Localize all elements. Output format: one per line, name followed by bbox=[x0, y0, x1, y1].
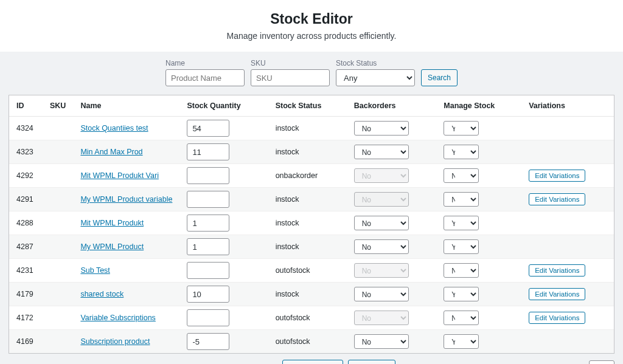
cell-status: outofstock bbox=[268, 259, 347, 283]
backorders-select[interactable]: No bbox=[354, 192, 409, 207]
page-subtitle: Manage inventory across products efficie… bbox=[12, 31, 611, 41]
qty-input[interactable] bbox=[187, 309, 229, 326]
cell-qty bbox=[179, 306, 268, 330]
table-row: 4287My WPML ProductinstockNoYes bbox=[9, 235, 614, 259]
cell-qty bbox=[179, 117, 268, 140]
product-name-link[interactable]: My WPML Product bbox=[80, 242, 144, 251]
th-variations: Variations bbox=[521, 95, 614, 117]
cell-name: Sub Test bbox=[73, 259, 179, 283]
manage-stock-select[interactable]: Yes bbox=[444, 239, 479, 254]
cell-name: Min And Max Prod bbox=[73, 140, 179, 164]
cell-qty bbox=[179, 140, 268, 164]
cell-id: 4288 bbox=[9, 211, 43, 235]
cell-id: 4323 bbox=[9, 140, 43, 164]
product-name-link[interactable]: Variable Subscriptions bbox=[80, 314, 155, 322]
edit-variations-button[interactable]: Edit Variations bbox=[529, 170, 585, 182]
edit-variations-button[interactable]: Edit Variations bbox=[529, 288, 585, 300]
product-name-link[interactable]: Mit WPML Produkt Vari bbox=[80, 171, 159, 180]
page-title: Stock Editor bbox=[12, 11, 611, 27]
th-manage: Manage Stock bbox=[436, 95, 521, 117]
backorders-select[interactable]: No bbox=[354, 239, 409, 254]
backorders-select[interactable]: No bbox=[354, 311, 409, 325]
manage-stock-select[interactable]: Yes bbox=[444, 145, 479, 159]
manage-stock-select[interactable]: Yes bbox=[444, 121, 479, 136]
backorders-select[interactable]: No bbox=[354, 263, 409, 278]
th-backorders: Backorders bbox=[347, 95, 437, 117]
edit-variations-button[interactable]: Edit Variations bbox=[529, 312, 585, 324]
backorders-select[interactable]: No bbox=[354, 121, 409, 136]
cell-variations: Edit Variations bbox=[521, 188, 614, 211]
qty-input[interactable] bbox=[187, 167, 229, 184]
status-select[interactable]: Any bbox=[336, 69, 415, 86]
backorders-select[interactable]: No bbox=[354, 145, 409, 159]
qty-input[interactable] bbox=[187, 191, 229, 208]
cell-name: Variable Subscriptions bbox=[73, 306, 179, 330]
product-name-link[interactable]: shared stock bbox=[80, 290, 124, 298]
name-input[interactable] bbox=[165, 69, 245, 86]
table-row: 4288Mit WPML ProduktinstockNoYes bbox=[9, 211, 614, 235]
cell-variations: Edit Variations bbox=[521, 164, 614, 188]
manage-stock-select[interactable]: No bbox=[444, 168, 479, 183]
product-name-link[interactable]: Mit WPML Produkt bbox=[80, 219, 144, 227]
cell-backorders: No bbox=[347, 283, 437, 306]
product-name-link[interactable]: Min And Max Prod bbox=[80, 148, 142, 156]
product-name-link[interactable]: Subscription product bbox=[80, 337, 150, 346]
per-page-input[interactable] bbox=[589, 360, 614, 364]
filter-row: Name SKU Stock Status Any Search bbox=[9, 59, 614, 86]
cell-qty bbox=[179, 188, 268, 211]
backorders-select[interactable]: No bbox=[354, 287, 409, 301]
cell-name: Mit WPML Produkt Vari bbox=[73, 164, 179, 188]
product-name-link[interactable]: Stock Quantiies test bbox=[80, 124, 148, 132]
search-button[interactable]: Search bbox=[421, 69, 458, 86]
cell-status: instock bbox=[268, 283, 347, 306]
manage-stock-select[interactable]: No bbox=[444, 263, 479, 278]
cell-manage: Yes bbox=[436, 117, 521, 140]
cell-sku bbox=[43, 164, 73, 188]
cell-backorders: No bbox=[347, 259, 437, 283]
qty-input[interactable] bbox=[187, 143, 229, 160]
edit-variations-button[interactable]: Edit Variations bbox=[529, 264, 585, 276]
qty-input[interactable] bbox=[187, 238, 229, 255]
backorders-select[interactable]: No bbox=[354, 334, 409, 349]
cell-name: Mit WPML Produkt bbox=[73, 211, 179, 235]
cell-manage: No bbox=[436, 306, 521, 330]
edit-variations-button[interactable]: Edit Variations bbox=[529, 193, 585, 205]
th-qty: Stock Quantity bbox=[179, 95, 268, 117]
cell-id: 4292 bbox=[9, 164, 43, 188]
cell-name: My WPML Product bbox=[73, 235, 179, 259]
cell-name: My WPML Product variable bbox=[73, 188, 179, 211]
prev-page-button[interactable]: Previous Page bbox=[282, 360, 343, 364]
manage-stock-select[interactable]: Yes bbox=[444, 287, 479, 301]
qty-input[interactable] bbox=[187, 333, 229, 350]
cell-id: 4231 bbox=[9, 259, 43, 283]
qty-input[interactable] bbox=[187, 215, 229, 232]
stock-table: ID SKU Name Stock Quantity Stock Status … bbox=[9, 95, 614, 353]
next-page-button[interactable]: Next Page bbox=[348, 360, 395, 364]
backorders-select[interactable]: No bbox=[354, 216, 409, 230]
table-row: 4169Subscription productoutofstockNoYes bbox=[9, 330, 614, 354]
qty-input[interactable] bbox=[187, 262, 229, 279]
qty-input[interactable] bbox=[187, 120, 229, 137]
cell-status: instock bbox=[268, 117, 347, 140]
product-name-link[interactable]: My WPML Product variable bbox=[80, 195, 172, 204]
cell-sku bbox=[43, 235, 73, 259]
table-row: 4292Mit WPML Produkt VarionbackorderNoNo… bbox=[9, 164, 614, 188]
sku-input[interactable] bbox=[251, 69, 330, 86]
cell-variations bbox=[521, 211, 614, 235]
th-status: Stock Status bbox=[268, 95, 347, 117]
cell-sku bbox=[43, 140, 73, 164]
cell-id: 4169 bbox=[9, 330, 43, 354]
cell-qty bbox=[179, 330, 268, 354]
manage-stock-select[interactable]: No bbox=[444, 192, 479, 207]
cell-qty bbox=[179, 211, 268, 235]
table-row: 4179shared stockinstockNoYesEdit Variati… bbox=[9, 283, 614, 306]
th-name: Name bbox=[73, 95, 179, 117]
manage-stock-select[interactable]: Yes bbox=[444, 334, 479, 349]
manage-stock-select[interactable]: Yes bbox=[444, 216, 479, 230]
manage-stock-select[interactable]: No bbox=[444, 311, 479, 325]
cell-variations bbox=[521, 117, 614, 140]
qty-input[interactable] bbox=[187, 286, 229, 303]
cell-variations: Edit Variations bbox=[521, 306, 614, 330]
backorders-select[interactable]: No bbox=[354, 168, 409, 183]
product-name-link[interactable]: Sub Test bbox=[80, 266, 110, 275]
